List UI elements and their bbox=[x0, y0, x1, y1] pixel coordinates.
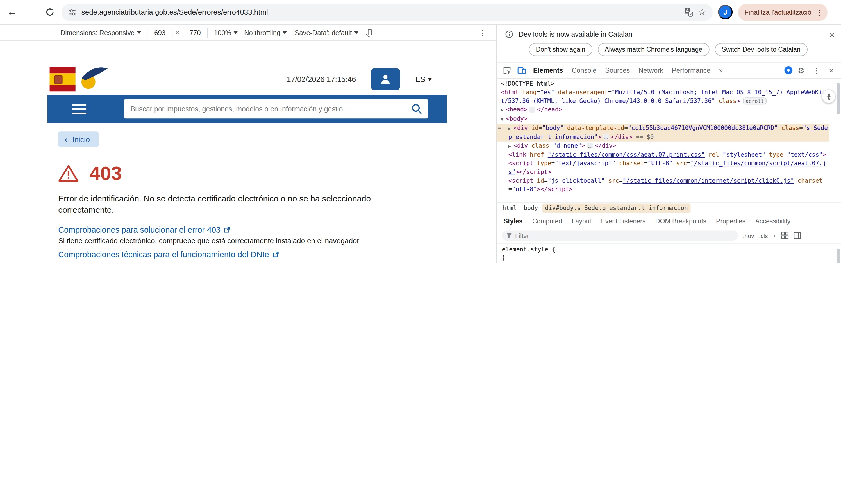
throttling-value: No throttling bbox=[244, 29, 280, 36]
zoom-select[interactable]: 100% bbox=[214, 29, 238, 36]
tab-network[interactable]: Network bbox=[634, 62, 668, 78]
search-button[interactable] bbox=[411, 103, 423, 115]
language-selector[interactable]: ES bbox=[415, 75, 432, 84]
breadcrumb-body[interactable]: body bbox=[521, 203, 541, 213]
tab-accessibility[interactable]: Accessibility bbox=[750, 217, 795, 225]
tab-layout[interactable]: Layout bbox=[567, 217, 596, 225]
tab-elements[interactable]: Elements bbox=[529, 62, 567, 78]
chevron-down-icon bbox=[234, 31, 238, 34]
language-value: ES bbox=[415, 75, 425, 84]
breadcrumb-selected-node[interactable]: div#body.s_Sede.p_estandar.t_informacion bbox=[543, 203, 691, 213]
site-header: 17/02/2026 17:15:46 ES bbox=[48, 52, 447, 95]
infobar-close-icon[interactable] bbox=[829, 31, 835, 40]
error-code: 403 bbox=[90, 162, 122, 185]
tab-performance[interactable]: Performance bbox=[667, 62, 715, 78]
save-data-select[interactable]: 'Save-Data': default bbox=[294, 29, 358, 36]
help-link-label[interactable]: Comprobaciones para solucionar el error … bbox=[58, 224, 221, 235]
viewport-width-input[interactable] bbox=[148, 27, 172, 38]
address-bar[interactable]: sede.agenciatributaria.gob.es/Sede/error… bbox=[62, 3, 713, 20]
finish-update-button[interactable]: Finalitza l'actualització bbox=[738, 3, 827, 20]
back-icon[interactable] bbox=[5, 6, 18, 19]
user-login-button[interactable] bbox=[371, 69, 400, 90]
devtools-panel: DevTools is now available in Catalan Don… bbox=[496, 25, 841, 263]
computed-sidebar-toggle-icon[interactable] bbox=[793, 231, 801, 240]
site-navbar bbox=[48, 95, 447, 123]
new-style-rule-button[interactable]: + bbox=[773, 232, 776, 239]
device-emulation-pane: Dimensions: Responsive × 100% No throttl… bbox=[0, 25, 496, 263]
devtools-tabbar: Elements Console Sources Network Perform… bbox=[497, 62, 841, 79]
hamburger-menu-icon[interactable] bbox=[72, 104, 86, 114]
person-icon bbox=[824, 92, 833, 101]
devtools-close-icon[interactable] bbox=[825, 64, 838, 77]
tab-event-listeners[interactable]: Event Listeners bbox=[596, 217, 650, 225]
tab-computed[interactable]: Computed bbox=[528, 217, 567, 225]
match-chrome-language-button[interactable]: Always match Chrome's language bbox=[598, 43, 709, 56]
devtools-settings-icon[interactable] bbox=[795, 64, 808, 77]
finish-update-label: Finalitza l'actualització bbox=[744, 8, 811, 16]
accessibility-tree-toggle[interactable] bbox=[822, 90, 836, 104]
external-link-icon bbox=[224, 227, 230, 233]
css-rules[interactable]: element.style {}aeat.07.css:6*, *::befor… bbox=[502, 246, 836, 263]
throttling-select[interactable]: No throttling bbox=[244, 29, 287, 36]
elements-scrollbar-thumb[interactable] bbox=[837, 83, 840, 114]
emulation-canvas: 17/02/2026 17:15:46 ES bbox=[0, 41, 496, 263]
url-text[interactable]: sede.agenciatributaria.gob.es/Sede/error… bbox=[82, 8, 679, 16]
warning-triangle-icon bbox=[58, 164, 79, 182]
styles-filter-input-wrap[interactable] bbox=[502, 230, 738, 240]
more-tabs-icon[interactable] bbox=[715, 62, 727, 78]
help-link-desc: Si tiene certificado electrónico, compru… bbox=[58, 236, 436, 246]
styles-pane[interactable]: element.style {}aeat.07.css:6*, *::befor… bbox=[497, 243, 841, 263]
help-links: Comprobaciones para solucionar el error … bbox=[58, 224, 436, 263]
infobar-text: DevTools is now available in Catalan bbox=[518, 30, 632, 38]
styles-filter-input[interactable] bbox=[515, 232, 734, 239]
save-data-value: 'Save-Data': default bbox=[294, 29, 352, 36]
page-datetime: 17/02/2026 17:15:46 bbox=[287, 75, 356, 84]
search-input[interactable] bbox=[130, 105, 411, 113]
tab-sources[interactable]: Sources bbox=[601, 62, 634, 78]
device-toolbar-menu-icon[interactable] bbox=[479, 28, 486, 37]
devtools-menu-icon[interactable] bbox=[810, 64, 823, 77]
rendering-emulation-icon[interactable] bbox=[781, 231, 788, 240]
dom-tree[interactable]: <!DOCTYPE html><html lang="es" data-user… bbox=[497, 78, 841, 194]
tab-styles[interactable]: Styles bbox=[499, 217, 527, 225]
agencia-tributaria-logo[interactable] bbox=[80, 66, 109, 93]
tab-dom-breakpoints[interactable]: DOM Breakpoints bbox=[651, 217, 711, 225]
site-search[interactable] bbox=[124, 99, 428, 119]
spain-flag-logo bbox=[50, 67, 75, 91]
styles-sidebar-tabs: Styles Computed Layout Event Listeners D… bbox=[497, 214, 841, 229]
switch-to-catalan-button[interactable]: Switch DevTools to Catalan bbox=[715, 43, 807, 56]
toggle-class-button[interactable]: .cls bbox=[759, 232, 768, 239]
reload-icon[interactable] bbox=[43, 6, 56, 19]
inspect-element-icon[interactable] bbox=[500, 66, 514, 75]
site-settings-icon[interactable] bbox=[68, 8, 77, 17]
tab-properties[interactable]: Properties bbox=[711, 217, 751, 225]
tab-console[interactable]: Console bbox=[567, 62, 601, 78]
person-icon bbox=[380, 73, 392, 85]
elements-tree-panel[interactable]: <!DOCTYPE html><html lang="es" data-user… bbox=[497, 78, 841, 202]
rotate-viewport-icon[interactable] bbox=[365, 28, 374, 37]
toggle-hover-state-button[interactable]: :hov bbox=[743, 232, 754, 239]
browser-menu-icon[interactable] bbox=[816, 8, 823, 17]
help-link[interactable]: Comprobaciones técnicas para el funciona… bbox=[58, 249, 436, 259]
screenshot-stage: sede.agenciatributaria.gob.es/Sede/error… bbox=[0, 0, 841, 263]
dimensions-times: × bbox=[175, 29, 179, 36]
breadcrumb-html[interactable]: html bbox=[500, 203, 519, 213]
profile-avatar[interactable]: J bbox=[718, 5, 733, 19]
search-icon bbox=[411, 103, 423, 115]
dont-show-again-button[interactable]: Don't show again bbox=[529, 43, 593, 56]
styles-scrollbar-thumb[interactable] bbox=[837, 249, 840, 263]
chevron-left-icon bbox=[65, 135, 67, 144]
bookmark-star-icon[interactable] bbox=[698, 6, 706, 18]
breadcrumb-home-button[interactable]: Inicio bbox=[58, 131, 98, 147]
emulated-page: 17/02/2026 17:15:46 ES bbox=[48, 52, 447, 263]
device-toolbar-toggle-icon[interactable] bbox=[514, 66, 529, 75]
help-link[interactable]: Comprobaciones para solucionar el error … bbox=[58, 224, 436, 235]
translate-icon[interactable] bbox=[684, 7, 693, 17]
device-toolbar: Dimensions: Responsive × 100% No throttl… bbox=[0, 25, 496, 41]
info-icon bbox=[505, 30, 513, 38]
viewport-height-input[interactable] bbox=[183, 27, 207, 38]
dimensions-select[interactable]: Dimensions: Responsive bbox=[61, 29, 141, 36]
help-link-label[interactable]: Comprobaciones técnicas para el funciona… bbox=[58, 249, 269, 259]
help-link-desc: Si utiliza DNI electrónico bbox=[58, 261, 436, 263]
issues-count-icon[interactable] bbox=[784, 66, 792, 74]
